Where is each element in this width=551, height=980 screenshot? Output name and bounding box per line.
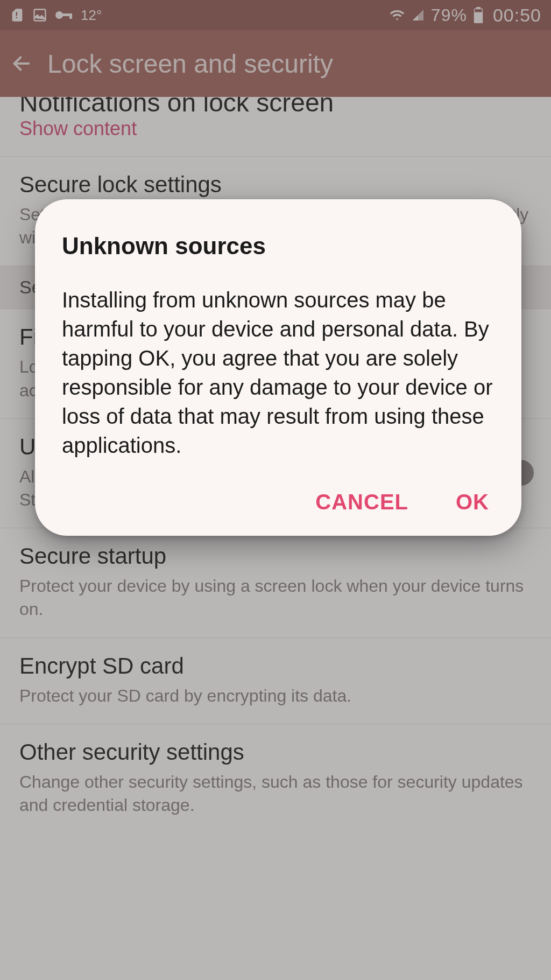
dialog-title: Unknown sources [62, 233, 495, 260]
ok-button[interactable]: OK [454, 486, 491, 519]
cancel-button[interactable]: CANCEL [313, 486, 411, 519]
dialog-actions: CANCEL OK [62, 486, 495, 519]
dialog-body: Installing from unknown sources may be h… [62, 285, 495, 460]
unknown-sources-dialog: Unknown sources Installing from unknown … [35, 199, 521, 536]
